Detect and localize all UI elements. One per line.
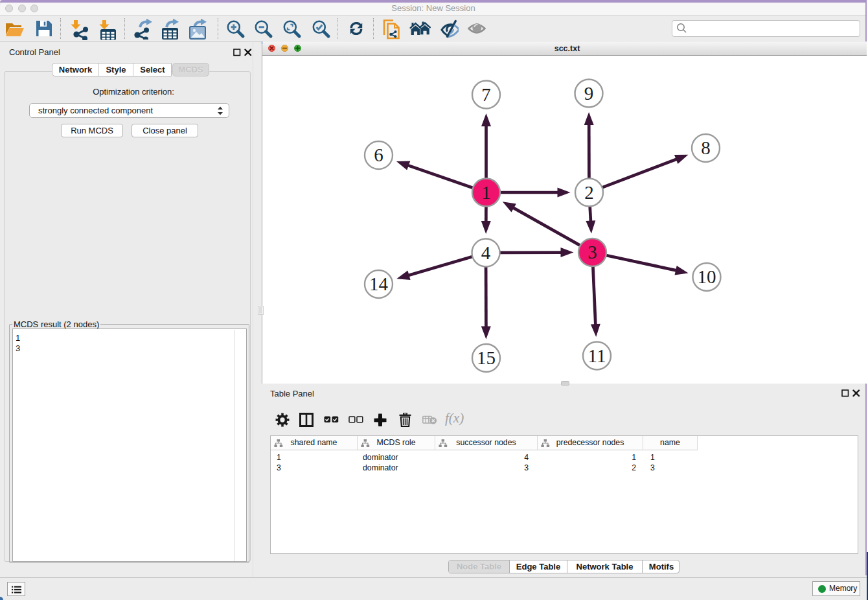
svg-text:6: 6 [374, 144, 383, 165]
svg-text:9: 9 [584, 83, 594, 104]
svg-text:8: 8 [701, 137, 711, 158]
svg-text:3: 3 [588, 242, 597, 262]
svg-text:2: 2 [584, 182, 594, 203]
svg-text:15: 15 [477, 347, 496, 368]
svg-text:11: 11 [588, 345, 606, 366]
svg-text:14: 14 [369, 273, 389, 294]
svg-text:7: 7 [481, 84, 491, 105]
svg-text:4: 4 [481, 242, 491, 263]
svg-text:10: 10 [698, 266, 716, 287]
svg-text:1: 1 [481, 182, 491, 203]
